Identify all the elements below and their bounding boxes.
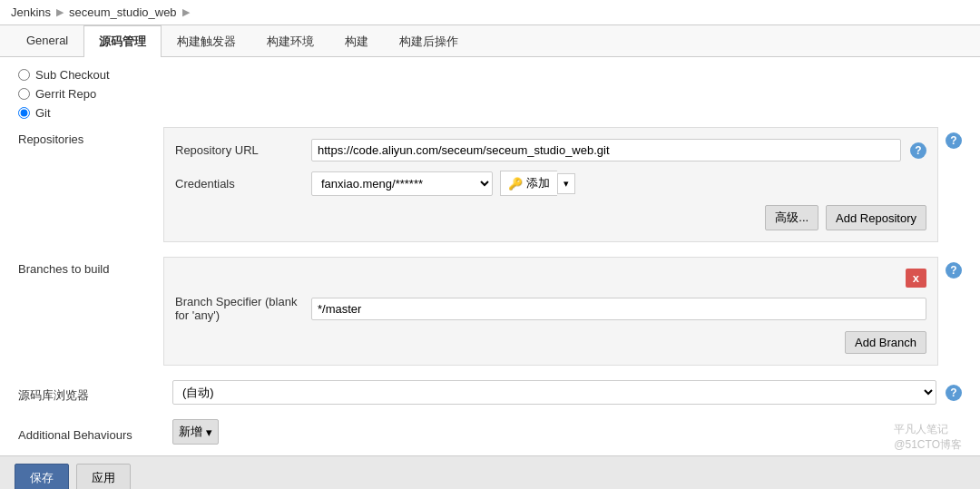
- xinjian-caret-icon: ▾: [206, 425, 212, 439]
- add-credentials-dropdown: 🔑 添加 ▾: [500, 171, 575, 196]
- branches-section-row: Branches to build x Branch Specifier (bl…: [18, 257, 962, 366]
- additional-label: Additional Behaviours: [18, 423, 163, 442]
- repo-url-row: Repository URL ?: [175, 139, 926, 161]
- add-credentials-caret[interactable]: ▾: [557, 173, 575, 194]
- tab-post[interactable]: 构建后操作: [384, 25, 474, 57]
- source-browser-label: 源码库浏览器: [18, 382, 163, 404]
- breadcrumb-jenkins[interactable]: Jenkins: [11, 5, 51, 19]
- radio-item-svn: Sub Checkout: [18, 68, 962, 82]
- radio-git-label: Git: [35, 106, 51, 120]
- branch-specifier-label: Branch Specifier (blank for 'any'): [175, 295, 302, 322]
- source-browser-help-icon[interactable]: ?: [946, 385, 962, 401]
- radio-gerrit-label: Gerrit Repo: [35, 87, 96, 101]
- radio-gerrit[interactable]: [18, 88, 30, 100]
- branch-specifier-input[interactable]: [311, 298, 926, 320]
- content-area: Sub Checkout Gerrit Repo Git Repositorie…: [0, 57, 980, 455]
- repo-url-label: Repository URL: [175, 143, 302, 157]
- add-branch-button[interactable]: Add Branch: [845, 331, 926, 354]
- source-browser-select[interactable]: (自动): [172, 380, 936, 405]
- repo-section-buttons: 高级... Add Repository: [175, 205, 926, 230]
- add-credentials-button[interactable]: 🔑 添加: [500, 171, 557, 196]
- repositories-content: Repository URL ? Credentials fanxiao.men…: [163, 127, 938, 242]
- branches-help-icon[interactable]: ?: [946, 262, 962, 279]
- breadcrumb-bar: Jenkins ▶ seceum_studio_web ▶: [0, 0, 980, 25]
- credentials-label: Credentials: [175, 177, 302, 191]
- add-credentials-label: 添加: [526, 175, 550, 191]
- key-icon: 🔑: [508, 177, 523, 191]
- repositories-section-row: Repositories Repository URL ? Credential…: [18, 127, 962, 242]
- tab-general[interactable]: General: [11, 25, 83, 57]
- source-browser-row: 源码库浏览器 (自动) ?: [18, 380, 962, 405]
- xinjian-button[interactable]: 新增 ▾: [172, 419, 219, 445]
- radio-svn-label: Sub Checkout: [35, 68, 110, 82]
- repo-url-help-icon[interactable]: ?: [910, 142, 926, 159]
- delete-x-row: x: [175, 269, 926, 288]
- add-repository-button[interactable]: Add Repository: [826, 205, 926, 230]
- credentials-select[interactable]: fanxiao.meng/******: [311, 171, 493, 196]
- main-container: General 源码管理 构建触发器 构建环境 构建 构建后操作 Sub Che…: [0, 25, 980, 455]
- tab-env[interactable]: 构建环境: [251, 25, 329, 57]
- tab-trigger[interactable]: 构建触发器: [162, 25, 251, 57]
- bottom-bar: 保存 应用: [0, 455, 980, 489]
- breadcrumb-sep2: ▶: [182, 6, 190, 18]
- tab-source[interactable]: 源码管理: [83, 25, 162, 57]
- additional-behaviours-row: Additional Behaviours 新增 ▾: [18, 419, 962, 445]
- radio-group: Sub Checkout Gerrit Repo Git: [18, 68, 962, 120]
- breadcrumb-sep1: ▶: [56, 6, 64, 18]
- radio-item-gerrit: Gerrit Repo: [18, 87, 962, 101]
- credentials-controls: fanxiao.meng/****** 🔑 添加 ▾: [311, 171, 575, 196]
- apply-button[interactable]: 应用: [76, 464, 131, 489]
- repo-url-input[interactable]: [311, 139, 901, 161]
- branches-content: x Branch Specifier (blank for 'any') Add…: [163, 257, 938, 366]
- radio-svn[interactable]: [18, 69, 30, 81]
- repositories-help-icon[interactable]: ?: [946, 132, 962, 149]
- branch-section-buttons: Add Branch: [175, 331, 926, 354]
- breadcrumb-project[interactable]: seceum_studio_web: [69, 5, 177, 19]
- radio-git[interactable]: [18, 107, 30, 119]
- credentials-row: Credentials fanxiao.meng/****** 🔑 添加 ▾: [175, 171, 926, 196]
- delete-branch-button[interactable]: x: [906, 269, 926, 288]
- branch-specifier-row: Branch Specifier (blank for 'any'): [175, 295, 926, 322]
- xinjian-label: 新增: [179, 424, 202, 440]
- advanced-button[interactable]: 高级...: [765, 205, 818, 230]
- repositories-label: Repositories: [18, 127, 163, 242]
- branches-label: Branches to build: [18, 257, 163, 366]
- tab-build[interactable]: 构建: [329, 25, 384, 57]
- radio-item-git: Git: [18, 106, 962, 120]
- save-button[interactable]: 保存: [15, 464, 69, 489]
- tabs-row: General 源码管理 构建触发器 构建环境 构建 构建后操作: [0, 25, 980, 57]
